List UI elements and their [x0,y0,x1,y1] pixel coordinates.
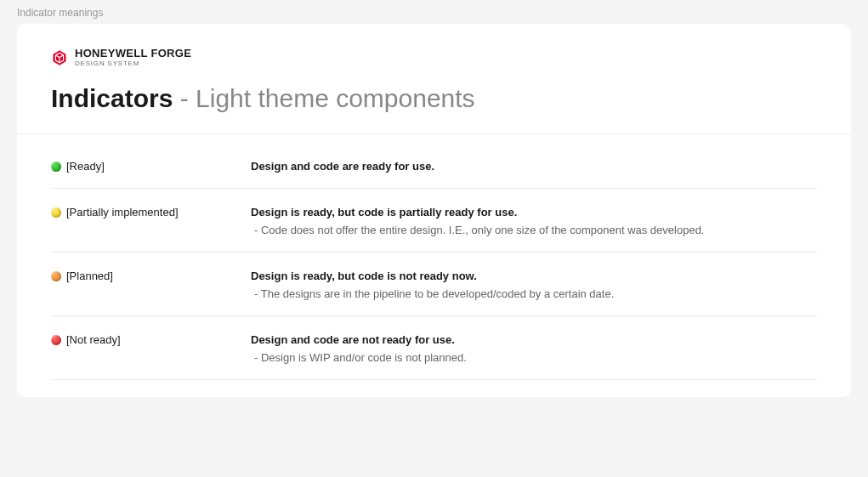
desc-secondary: - Design is WIP and/or code is not plann… [251,351,817,364]
desc-primary: Design is ready, but code is not ready n… [251,270,817,282]
indicator-label: [Planned] [66,270,113,282]
indicator-desc: Design and code are not ready for use. -… [251,333,817,364]
indicator-label: [Ready] [66,160,105,173]
page-label: Indicator meanings [0,0,868,24]
desc-secondary: - Code does not offer the entire design.… [251,224,817,236]
desc-primary: Design and code are ready for use. [251,160,817,173]
indicator-key: [Planned] [51,270,251,282]
indicator-key: [Not ready] [51,333,251,346]
desc-secondary: - The designs are in the pipeline to be … [251,287,817,300]
indicator-row-ready: [Ready] Design and code are ready for us… [51,143,817,189]
indicator-row-notready: [Not ready] Design and code are not read… [51,316,817,380]
status-dot-icon [51,335,61,345]
brand: HONEYWELL FORGE DESIGN SYSTEM [51,48,817,67]
status-dot-icon [51,271,61,281]
desc-primary: Design is ready, but code is partially r… [251,206,817,219]
indicator-key: [Ready] [51,160,251,173]
page-title: Indicators - Light theme components [51,84,817,113]
brand-text: HONEYWELL FORGE DESIGN SYSTEM [75,48,191,67]
brand-title: HONEYWELL FORGE [75,48,191,59]
page-title-sep: - [173,84,196,112]
indicator-label: [Not ready] [66,333,121,346]
desc-primary: Design and code are not ready for use. [251,333,817,346]
main-card: HONEYWELL FORGE DESIGN SYSTEM Indicators… [17,24,851,397]
indicator-row-planned: [Planned] Design is ready, but code is n… [51,253,817,316]
indicator-desc: Design is ready, but code is not ready n… [251,270,817,300]
card-header: HONEYWELL FORGE DESIGN SYSTEM Indicators… [17,24,851,134]
page-title-light: Light theme components [196,84,475,112]
brand-subtitle: DESIGN SYSTEM [75,60,191,67]
indicator-key: [Partially implemented] [51,206,251,219]
indicator-desc: Design and code are ready for use. [251,160,817,173]
indicator-list: [Ready] Design and code are ready for us… [17,134,851,397]
status-dot-icon [51,162,61,172]
indicator-row-partial: [Partially implemented] Design is ready,… [51,189,817,253]
status-dot-icon [51,207,61,218]
page-title-bold: Indicators [51,84,173,112]
brand-hexagon-icon [51,49,68,66]
indicator-desc: Design is ready, but code is partially r… [251,206,817,236]
indicator-label: [Partially implemented] [66,206,179,219]
